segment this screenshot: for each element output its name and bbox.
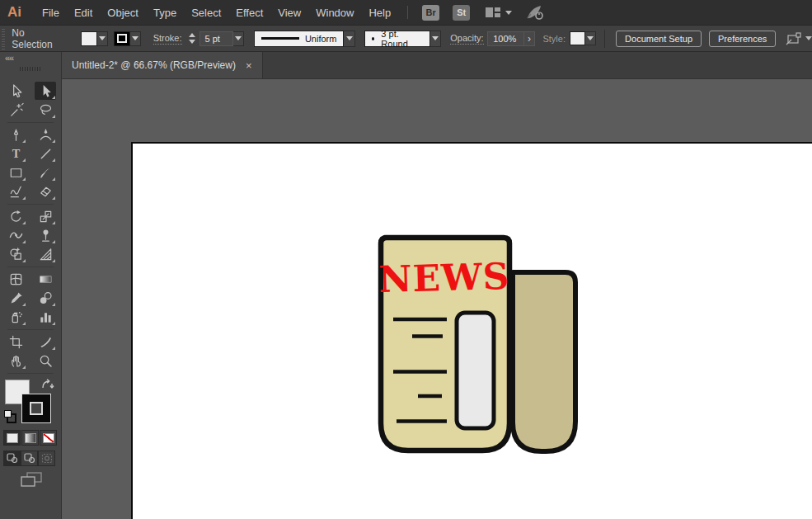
tool-zoom[interactable] xyxy=(35,352,56,370)
tool-pen[interactable] xyxy=(5,125,26,144)
tool-mesh[interactable] xyxy=(5,270,26,288)
swap-fill-stroke-icon[interactable] xyxy=(40,378,55,391)
draw-normal-button[interactable] xyxy=(3,451,21,466)
tool-type[interactable]: T xyxy=(5,144,26,163)
tool-gradient[interactable] xyxy=(35,270,56,288)
tool-shaper[interactable] xyxy=(5,182,26,201)
stock-button[interactable]: St xyxy=(453,5,470,21)
collapse-panel-icon[interactable]: «« xyxy=(5,53,13,63)
menu-window[interactable]: Window xyxy=(308,7,361,19)
variable-width-profile[interactable]: Uniform xyxy=(254,31,345,47)
controlbar-grip[interactable] xyxy=(0,26,5,51)
tool-scale[interactable] xyxy=(35,207,56,225)
stroke-weight-label[interactable]: Stroke: xyxy=(153,33,182,45)
brush-definition[interactable]: 3 pt. Round xyxy=(364,31,430,47)
tool-eyedropper[interactable] xyxy=(5,289,26,307)
selection-tool-icon xyxy=(8,83,24,99)
chevron-down-icon xyxy=(587,36,594,40)
symbol-sprayer-tool-icon xyxy=(8,309,24,325)
menu-edit[interactable]: Edit xyxy=(67,7,100,19)
newspaper-illustration[interactable]: NEWS xyxy=(363,223,594,462)
tool-selection[interactable] xyxy=(5,82,26,100)
menu-object[interactable]: Object xyxy=(100,7,146,19)
document-setup-button[interactable]: Document Setup xyxy=(616,31,702,47)
default-fill-stroke-icon[interactable] xyxy=(4,410,16,423)
tool-lasso[interactable] xyxy=(35,101,56,119)
draw-inside-button[interactable] xyxy=(38,451,55,466)
menu-view[interactable]: View xyxy=(270,7,308,19)
tool-paintbrush[interactable] xyxy=(35,163,56,182)
change-screen-mode-icon[interactable] xyxy=(20,471,43,488)
chevron-down-icon xyxy=(505,11,512,15)
tool-direct-selection[interactable] xyxy=(35,82,56,100)
menu-effect[interactable]: Effect xyxy=(228,7,270,19)
chevron-down-icon xyxy=(432,36,439,40)
illustrator-window: Ai File Edit Object Type Select Effect V… xyxy=(0,0,812,519)
tool-line-segment[interactable] xyxy=(35,144,56,163)
tool-column-graph[interactable] xyxy=(35,308,56,326)
opacity-label[interactable]: Opacity: xyxy=(450,33,483,45)
tool-curvature[interactable] xyxy=(35,125,56,144)
lasso-tool-icon xyxy=(38,102,54,118)
newspaper-headline[interactable]: NEWS xyxy=(378,255,510,300)
panel-grip[interactable] xyxy=(20,67,41,71)
line-segment-tool-icon xyxy=(38,146,54,162)
draw-behind-icon xyxy=(24,453,35,464)
gpu-performance-button[interactable] xyxy=(525,4,545,21)
stroke-weight-dropdown[interactable] xyxy=(233,31,245,46)
style-dropdown[interactable] xyxy=(585,31,597,45)
menu-select[interactable]: Select xyxy=(184,7,228,19)
gradient-button[interactable] xyxy=(21,430,39,446)
tool-rectangle[interactable] xyxy=(5,163,26,182)
pen-tool-icon xyxy=(8,127,24,143)
menu-help[interactable]: Help xyxy=(361,7,398,19)
tool-eraser[interactable] xyxy=(35,182,56,201)
align-artboard-icon[interactable] xyxy=(785,31,801,46)
tool-width[interactable] xyxy=(5,226,26,244)
tool-symbol-sprayer[interactable] xyxy=(5,308,26,326)
tool-shape-builder[interactable] xyxy=(5,245,26,263)
chevron-down-icon xyxy=(805,36,812,40)
shaper-tool-icon xyxy=(8,184,24,200)
app-logo: Ai xyxy=(7,4,21,21)
document-tab[interactable]: Untitled-2* @ 66.67% (RGB/Preview) × xyxy=(62,52,263,78)
stroke-color-swatch[interactable] xyxy=(114,31,130,46)
canvas-area[interactable]: NEWS xyxy=(62,79,812,519)
tool-rotate[interactable] xyxy=(5,207,26,225)
draw-behind-button[interactable] xyxy=(21,451,38,466)
fill-color-dropdown[interactable] xyxy=(97,31,109,46)
direct-selection-tool-icon xyxy=(38,83,54,99)
fill-color-swatch[interactable] xyxy=(81,31,97,46)
opacity-arrow-button[interactable]: › xyxy=(524,31,536,46)
close-tab-icon[interactable]: × xyxy=(246,60,252,71)
tool-slice[interactable] xyxy=(35,333,56,351)
tool-artboard[interactable] xyxy=(5,333,26,351)
svg-text:T: T xyxy=(12,147,20,160)
bridge-button[interactable]: Br xyxy=(422,5,439,21)
brush-value: 3 pt. Round xyxy=(381,29,423,49)
tools-divider xyxy=(7,373,54,374)
zoom-tool-icon xyxy=(38,353,54,369)
color-button[interactable] xyxy=(3,430,21,446)
tool-magic-wand[interactable] xyxy=(5,101,26,119)
menu-type[interactable]: Type xyxy=(146,7,184,19)
none-button[interactable] xyxy=(40,430,57,446)
stroke-color-control[interactable] xyxy=(22,394,50,422)
stroke-weight-stepper[interactable] xyxy=(189,33,195,44)
preferences-button[interactable]: Preferences xyxy=(709,31,776,47)
newspaper-photo-box[interactable] xyxy=(457,313,494,428)
opacity-value[interactable]: 100% xyxy=(487,31,524,46)
newspaper-back-page[interactable] xyxy=(513,272,575,451)
tool-puppet-warp[interactable] xyxy=(35,226,56,244)
workspace-switcher[interactable] xyxy=(485,7,512,18)
variable-width-dropdown[interactable] xyxy=(344,31,355,47)
stroke-weight-value[interactable]: 5 pt xyxy=(199,31,233,46)
style-swatch[interactable] xyxy=(570,31,584,45)
tool-perspective-grid[interactable] xyxy=(35,245,56,263)
chevron-down-icon xyxy=(99,36,106,40)
tool-hand[interactable] xyxy=(5,352,26,370)
brush-dropdown[interactable] xyxy=(430,31,442,47)
tool-blend[interactable] xyxy=(35,289,56,307)
menu-file[interactable]: File xyxy=(35,7,67,19)
stroke-color-dropdown[interactable] xyxy=(130,31,142,46)
